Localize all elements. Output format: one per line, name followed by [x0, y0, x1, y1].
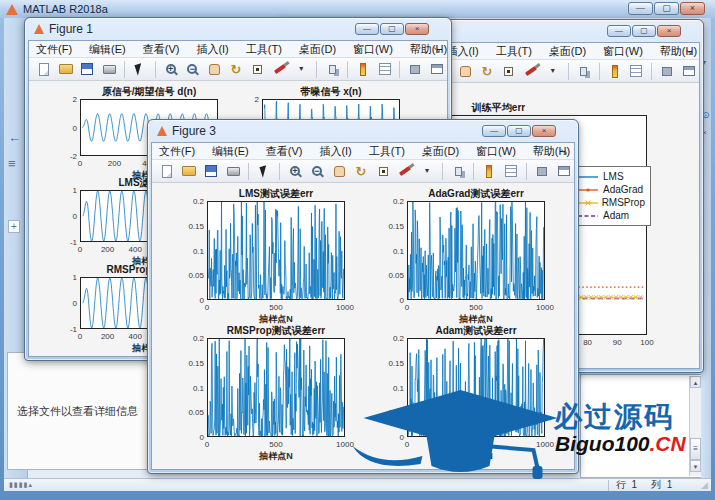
edit-plot-icon[interactable]	[130, 60, 150, 79]
rotate-3d-icon[interactable]: ↻	[226, 60, 246, 79]
save-figure-icon	[205, 165, 217, 177]
close-button[interactable]: ×	[405, 23, 429, 35]
brush-dropdown-icon[interactable]: ▾	[543, 62, 563, 81]
pan-icon[interactable]	[329, 162, 349, 181]
new-figure-icon[interactable]	[34, 60, 54, 79]
maximize-button[interactable]: ▢	[507, 125, 531, 137]
minimize-button[interactable]: —	[607, 25, 631, 37]
scroll-thumb[interactable]: ≡	[690, 438, 701, 460]
pan-icon[interactable]	[204, 60, 224, 79]
maximize-button[interactable]: ▢	[380, 23, 404, 35]
open-file-icon[interactable]	[179, 162, 199, 181]
scroll-up-icon[interactable]: ▲	[690, 376, 701, 388]
link-plot-icon[interactable]	[448, 162, 468, 181]
plot-title: 训练平均err	[472, 101, 525, 115]
edit-plot-icon[interactable]	[254, 162, 274, 181]
menu-item-窗口W[interactable]: 窗口(W)	[476, 144, 516, 159]
expand-plus-icon[interactable]: +	[8, 220, 20, 233]
show-plot-tools-icon[interactable]	[679, 62, 699, 81]
maximize-button[interactable]: ▢	[632, 25, 656, 37]
save-figure-icon[interactable]	[78, 60, 98, 79]
brush-icon[interactable]	[395, 162, 415, 181]
minimize-button[interactable]: —	[628, 2, 653, 15]
brush-dropdown-icon: ▾	[551, 67, 555, 75]
zoom-out-icon[interactable]: −	[307, 162, 327, 181]
show-plot-tools-icon[interactable]	[554, 162, 574, 181]
back-arrow-icon[interactable]: ←	[8, 130, 21, 145]
close-button[interactable]: ×	[657, 25, 681, 37]
insert-legend-icon[interactable]	[626, 62, 646, 81]
pan-icon[interactable]	[455, 62, 475, 81]
menu-item-插入I[interactable]: 插入(I)	[446, 44, 478, 59]
maximize-button[interactable]: ▢	[654, 2, 679, 15]
print-figure-icon[interactable]	[223, 162, 243, 181]
menu-item-帮助H[interactable]: 帮助(H)	[410, 42, 447, 57]
brush-dropdown-icon[interactable]: ▾	[291, 60, 311, 79]
close-button[interactable]: ×	[680, 2, 705, 15]
scroll-down-icon[interactable]: ▼	[690, 460, 701, 472]
menu-item-桌面D[interactable]: 桌面(D)	[422, 144, 459, 159]
menu-item-文件F[interactable]: 文件(F)	[159, 144, 195, 159]
menu-item-工具T[interactable]: 工具(T)	[496, 44, 532, 59]
dock-figure-icon[interactable]: ↘	[433, 44, 441, 55]
open-file-icon[interactable]	[56, 60, 76, 79]
print-figure-icon	[103, 65, 116, 74]
zoom-out-icon[interactable]: −	[183, 60, 203, 79]
menu-item-工具T[interactable]: 工具(T)	[246, 42, 282, 57]
statusbar-grip-icon[interactable]: ▮▮▮▮▴	[9, 481, 33, 489]
zoom-in-icon[interactable]: +	[161, 60, 181, 79]
menu-item-桌面D[interactable]: 桌面(D)	[299, 42, 336, 57]
save-figure-icon[interactable]	[201, 162, 221, 181]
toolbar-separator	[279, 163, 280, 180]
legend-line-sample	[577, 185, 599, 195]
link-plot-icon	[455, 167, 462, 176]
dock-figure-icon[interactable]: ↘	[685, 46, 693, 57]
zoom-in-icon[interactable]: +	[285, 162, 305, 181]
new-figure-icon[interactable]	[157, 162, 177, 181]
insert-colorbar-icon[interactable]	[605, 62, 625, 81]
menu-item-插入I[interactable]: 插入(I)	[319, 144, 351, 159]
minimize-button[interactable]: —	[482, 125, 506, 137]
data-cursor-icon[interactable]	[373, 162, 393, 181]
show-plot-tools-icon[interactable]	[427, 60, 447, 79]
figure-icon	[157, 126, 167, 136]
menu-item-插入I[interactable]: 插入(I)	[196, 42, 228, 57]
minimize-button[interactable]: —	[355, 23, 379, 35]
close-button[interactable]: ×	[532, 125, 556, 137]
toolbar-separator	[155, 61, 156, 78]
data-cursor-icon[interactable]	[499, 62, 519, 81]
figure3-window-buttons: —▢×	[482, 125, 556, 137]
menu-item-桌面D[interactable]: 桌面(D)	[549, 44, 586, 59]
hide-plot-tools-icon[interactable]	[405, 60, 425, 79]
legend-label: AdaGrad	[603, 184, 643, 195]
menu-item-编辑E[interactable]: 编辑(E)	[89, 42, 126, 57]
insert-legend-icon[interactable]	[501, 162, 521, 181]
scrollbar[interactable]: ▲ ≡ ▼	[689, 376, 701, 476]
data-cursor-icon[interactable]	[248, 60, 268, 79]
print-figure-icon[interactable]	[99, 60, 119, 79]
hide-plot-tools-icon[interactable]	[532, 162, 552, 181]
menu-item-工具T[interactable]: 工具(T)	[369, 144, 405, 159]
show-plot-tools-icon	[431, 64, 443, 74]
insert-colorbar-icon[interactable]	[479, 162, 499, 181]
rotate-3d-icon[interactable]: ↻	[351, 162, 371, 181]
link-plot-icon[interactable]	[322, 60, 342, 79]
brush-dropdown-icon[interactable]: ▾	[417, 162, 437, 181]
hide-plot-tools-icon[interactable]	[657, 62, 677, 81]
brush-icon[interactable]	[521, 62, 541, 81]
menu-item-编辑E[interactable]: 编辑(E)	[212, 144, 249, 159]
search-icon[interactable]: ⊙	[702, 110, 710, 120]
brush-icon[interactable]	[270, 60, 290, 79]
insert-colorbar-icon[interactable]	[353, 60, 373, 79]
menu-item-文件F[interactable]: 文件(F)	[36, 42, 72, 57]
menu-item-查看V[interactable]: 查看(V)	[266, 144, 303, 159]
resize-grip-icon[interactable]: ◢	[701, 480, 708, 490]
link-plot-icon[interactable]	[574, 62, 594, 81]
menu-item-查看V[interactable]: 查看(V)	[143, 42, 180, 57]
insert-legend-icon[interactable]	[375, 60, 395, 79]
list-icon[interactable]: ≡	[8, 156, 16, 171]
dock-figure-icon[interactable]: ↘	[560, 146, 568, 157]
rotate-3d-icon[interactable]: ↻	[477, 62, 497, 81]
menu-item-窗口W[interactable]: 窗口(W)	[603, 44, 643, 59]
menu-item-窗口W[interactable]: 窗口(W)	[353, 42, 393, 57]
